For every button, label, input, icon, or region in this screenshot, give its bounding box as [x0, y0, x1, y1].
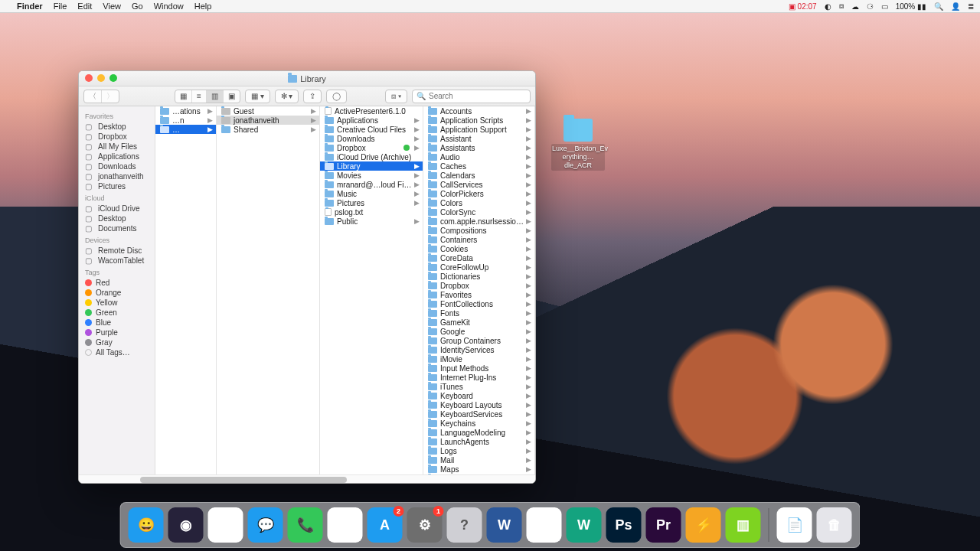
zoom-button[interactable] — [109, 74, 117, 82]
list-item[interactable]: pslog.txt — [320, 207, 423, 217]
back-button[interactable]: 〈 — [84, 90, 102, 103]
list-item[interactable]: CoreFollowUp▶ — [423, 262, 534, 272]
list-item[interactable]: Cookies▶ — [423, 244, 534, 253]
menu-edit[interactable]: Edit — [77, 2, 92, 11]
sidebar-item[interactable]: ▢jonathanveith — [79, 171, 155, 181]
sidebar-tag[interactable]: All Tags… — [79, 347, 155, 357]
list-item[interactable]: Accounts▶ — [423, 106, 534, 116]
fast-user-icon[interactable]: ◐ — [825, 2, 831, 11]
list-item[interactable]: Internet Plug-Ins▶ — [423, 373, 534, 382]
menu-window[interactable]: Window — [154, 2, 184, 11]
desktop-folder[interactable]: Luxe__Brixton_Everything…dle_ACR — [551, 119, 605, 171]
list-item[interactable]: Library▶ — [320, 161, 423, 171]
list-item[interactable]: Shared▶ — [217, 125, 319, 134]
menu-file[interactable]: File — [54, 2, 67, 11]
list-item[interactable]: Audio▶ — [423, 152, 534, 161]
close-button[interactable] — [85, 74, 93, 82]
menu-go[interactable]: Go — [132, 2, 143, 11]
view-icons[interactable]: ▦ — [175, 90, 192, 103]
app-menu[interactable]: Finder — [17, 2, 43, 11]
list-item[interactable]: CallServices▶ — [423, 180, 534, 189]
sidebar-item[interactable]: ▢Remote Disc — [79, 246, 155, 256]
list-item[interactable]: KeyboardServices▶ — [423, 409, 534, 419]
dock-photoshop[interactable]: Ps — [606, 507, 642, 543]
recording-indicator[interactable]: ▣ 02:07 — [789, 2, 817, 11]
list-item[interactable]: Favorites▶ — [423, 290, 534, 299]
list-item[interactable]: Colors▶ — [423, 198, 534, 207]
sidebar-item[interactable]: ▢WacomTablet — [79, 256, 155, 266]
wifi-icon[interactable]: ⚆ — [867, 2, 874, 11]
list-item[interactable]: …ations▶ — [155, 106, 216, 116]
list-item[interactable]: com.apple.nsurlsessiond▶ — [423, 217, 534, 226]
forward-button[interactable]: 〉 — [102, 90, 119, 103]
column-3[interactable]: Accounts▶Application Scripts▶Application… — [423, 106, 535, 483]
list-item[interactable]: iCloud Drive (Archive) — [320, 152, 423, 161]
list-item[interactable]: Assistants▶ — [423, 143, 534, 152]
list-item[interactable]: iMovie▶ — [423, 354, 534, 364]
sidebar-item[interactable]: ▢All My Files — [79, 142, 155, 152]
sidebar-tag[interactable]: Purple — [79, 328, 155, 337]
list-item[interactable]: Guest▶ — [217, 106, 319, 116]
list-item[interactable]: LaunchAgents▶ — [423, 437, 534, 446]
list-item[interactable]: Containers▶ — [423, 235, 534, 244]
sidebar-item[interactable]: ▢Desktop — [79, 122, 155, 132]
arrange-button[interactable]: ▦ ▾ — [245, 90, 270, 103]
sidebar-item[interactable]: ▢Applications — [79, 152, 155, 161]
list-item[interactable]: Mail▶ — [423, 455, 534, 465]
list-item[interactable]: Google▶ — [423, 327, 534, 336]
dropbox-icon[interactable]: ⧈ — [839, 2, 844, 11]
list-item[interactable]: Caches▶ — [423, 161, 534, 171]
list-item[interactable]: Group Containers▶ — [423, 336, 534, 345]
list-item[interactable]: …▶ — [155, 125, 216, 134]
horizontal-scrollbar[interactable] — [79, 474, 535, 484]
dock-itunes[interactable]: ♫ — [328, 507, 363, 543]
list-item[interactable]: Calendars▶ — [423, 171, 534, 180]
list-item[interactable]: mranard@…loud Files▶ — [320, 180, 423, 189]
list-item[interactable]: Dropbox▶ — [320, 143, 423, 152]
view-columns[interactable]: ▥ — [207, 90, 224, 103]
menu-view[interactable]: View — [103, 2, 121, 11]
list-item[interactable]: jonathanveith▶ — [217, 116, 319, 125]
dock-doc[interactable]: 📄 — [777, 507, 812, 543]
column-0[interactable]: …ations▶…n▶…▶ — [155, 106, 217, 483]
dock-chrome[interactable]: ◯ — [527, 507, 562, 543]
sidebar-tag[interactable]: Red — [79, 278, 155, 288]
sidebar-tag[interactable]: Green — [79, 308, 155, 318]
view-list[interactable]: ≡ — [192, 90, 207, 103]
list-item[interactable]: Assistant▶ — [423, 134, 534, 143]
dock-cyberduck[interactable]: ⚡ — [686, 507, 721, 543]
notification-center-icon[interactable]: ≣ — [968, 2, 974, 11]
list-item[interactable]: Creative Cloud Files▶ — [320, 125, 423, 134]
list-item[interactable]: Maps▶ — [423, 465, 534, 474]
view-gallery[interactable]: ▣ — [224, 90, 240, 103]
minimize-button[interactable] — [97, 74, 105, 82]
dock-wire[interactable]: W — [567, 507, 602, 543]
dock-appstore[interactable]: A2 — [368, 507, 403, 543]
dock-archive[interactable]: ▥ — [726, 507, 761, 543]
list-item[interactable]: FontCollections▶ — [423, 299, 534, 308]
sidebar-item[interactable]: ▢iCloud Drive — [79, 204, 155, 214]
dock-photos[interactable]: ✿ — [208, 507, 243, 543]
list-item[interactable]: Music▶ — [320, 189, 423, 198]
sidebar-item[interactable]: ▢Pictures — [79, 181, 155, 191]
display-icon[interactable]: ▭ — [881, 2, 888, 11]
list-item[interactable]: Fonts▶ — [423, 308, 534, 318]
menu-help[interactable]: Help — [194, 2, 212, 11]
list-item[interactable]: LanguageModeling▶ — [423, 428, 534, 437]
list-item[interactable]: Dictionaries▶ — [423, 272, 534, 281]
list-item[interactable]: Logs▶ — [423, 446, 534, 455]
spotlight-icon[interactable]: 🔍 — [934, 2, 943, 11]
list-item[interactable]: Downloads▶ — [320, 134, 423, 143]
sidebar-item[interactable]: ▢Downloads — [79, 161, 155, 171]
list-item[interactable]: Input Methods▶ — [423, 364, 534, 373]
search-input[interactable] — [429, 92, 526, 100]
list-item[interactable]: IdentityServices▶ — [423, 345, 534, 354]
title-bar[interactable]: Library — [79, 71, 535, 86]
sidebar-item[interactable]: ▢Desktop — [79, 214, 155, 223]
sidebar-tag[interactable]: Yellow — [79, 298, 155, 308]
list-item[interactable]: Compositions▶ — [423, 226, 534, 235]
list-item[interactable]: ActivePresenter6.1.0 — [320, 106, 423, 116]
dock-premiere[interactable]: Pr — [646, 507, 681, 543]
list-item[interactable]: Keyboard Layouts▶ — [423, 400, 534, 409]
list-item[interactable]: Movies▶ — [320, 171, 423, 180]
